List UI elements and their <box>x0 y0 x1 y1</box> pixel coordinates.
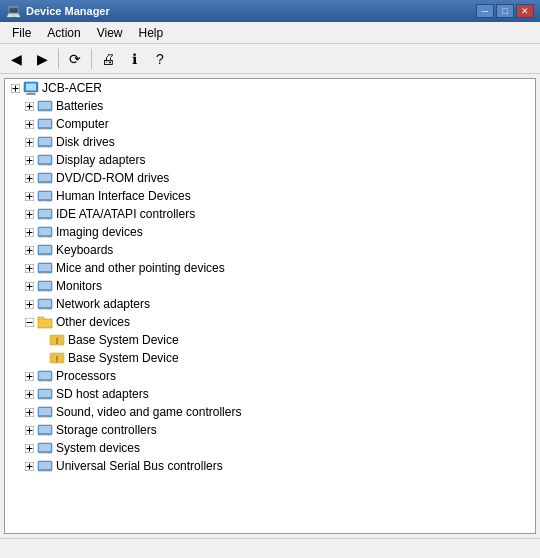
tree-item-mice[interactable]: Mice and other pointing devices <box>5 259 535 277</box>
tree-item-disk-drives[interactable]: Disk drives <box>5 133 535 151</box>
close-button[interactable]: ✕ <box>516 4 534 18</box>
svg-rect-59 <box>39 246 51 253</box>
tree-item-system-devices[interactable]: System devices <box>5 439 535 457</box>
tree-item-network[interactable]: Network adapters <box>5 295 535 313</box>
svg-rect-117 <box>39 444 51 451</box>
title-bar: 💻 Device Manager ─ □ ✕ <box>0 0 540 22</box>
tree-item-keyboards[interactable]: Keyboards <box>5 241 535 259</box>
tree-item-dvd-rom[interactable]: DVD/CD-ROM drives <box>5 169 535 187</box>
sd-host-expand-icon[interactable] <box>23 388 35 400</box>
tree-item-storage[interactable]: Storage controllers <box>5 421 535 439</box>
mice-icon <box>37 260 53 276</box>
usb-expand-icon[interactable] <box>23 460 35 472</box>
storage-label: Storage controllers <box>56 423 157 437</box>
disk-drives-expand-icon[interactable] <box>23 136 35 148</box>
tree-item-sound[interactable]: Sound, video and game controllers <box>5 403 535 421</box>
menu-item-action[interactable]: Action <box>39 22 88 43</box>
svg-rect-6 <box>26 94 36 95</box>
usb-icon <box>37 458 53 474</box>
ide-ata-expand-icon[interactable] <box>23 208 35 220</box>
toolbar-back-button[interactable]: ◀ <box>4 47 28 71</box>
display-adapters-label: Display adapters <box>56 153 145 167</box>
storage-expand-icon[interactable] <box>23 424 35 436</box>
tree-item-base-system-1[interactable]: ! Base System Device <box>5 331 535 349</box>
svg-rect-5 <box>27 93 35 94</box>
network-expand-icon[interactable] <box>23 298 35 310</box>
tree-item-ide-ata[interactable]: IDE ATA/ATAPI controllers <box>5 205 535 223</box>
svg-rect-66 <box>42 272 48 273</box>
other-devices-expand-icon[interactable] <box>23 316 35 328</box>
svg-rect-71 <box>39 282 51 289</box>
system-devices-expand-icon[interactable] <box>23 442 35 454</box>
network-icon <box>37 296 53 312</box>
tree-item-usb[interactable]: Universal Serial Bus controllers <box>5 457 535 475</box>
mice-label: Mice and other pointing devices <box>56 261 225 275</box>
tree-item-display-adapters[interactable]: Display adapters <box>5 151 535 169</box>
svg-rect-78 <box>42 308 48 309</box>
imaging-expand-icon[interactable] <box>23 226 35 238</box>
tree-item-hid[interactable]: Human Interface Devices <box>5 187 535 205</box>
tree-item-monitors[interactable]: Monitors <box>5 277 535 295</box>
tree-item-processors[interactable]: Processors <box>5 367 535 385</box>
svg-rect-53 <box>39 228 51 235</box>
dvd-rom-expand-icon[interactable] <box>23 172 35 184</box>
svg-rect-105 <box>39 408 51 415</box>
tree-item-batteries[interactable]: Batteries <box>5 97 535 115</box>
tree-item-sd-host[interactable]: SD host adapters <box>5 385 535 403</box>
tree-item-base-system-2[interactable]: ! Base System Device <box>5 349 535 367</box>
toolbar-print-button[interactable]: 🖨 <box>96 47 120 71</box>
window-controls: ─ □ ✕ <box>476 4 534 18</box>
computer-label: Computer <box>56 117 109 131</box>
toolbar-separator <box>91 49 92 69</box>
status-bar <box>0 538 540 558</box>
storage-icon <box>37 422 53 438</box>
computer-icon <box>37 116 53 132</box>
mice-expand-icon[interactable] <box>23 262 35 274</box>
keyboards-expand-icon[interactable] <box>23 244 35 256</box>
svg-rect-41 <box>39 192 51 199</box>
minimize-button[interactable]: ─ <box>476 4 494 18</box>
svg-rect-77 <box>39 300 51 307</box>
usb-label: Universal Serial Bus controllers <box>56 459 223 473</box>
menu-item-help[interactable]: Help <box>131 22 172 43</box>
disk-drives-label: Disk drives <box>56 135 115 149</box>
svg-rect-111 <box>39 426 51 433</box>
svg-rect-12 <box>42 110 48 111</box>
svg-rect-84 <box>39 318 45 320</box>
svg-rect-106 <box>42 416 48 417</box>
svg-rect-99 <box>39 390 51 397</box>
root-label: JCB-ACER <box>42 81 102 95</box>
sound-expand-icon[interactable] <box>23 406 35 418</box>
tree-item-computer[interactable]: Computer <box>5 115 535 133</box>
hid-expand-icon[interactable] <box>23 190 35 202</box>
disk-drives-icon <box>37 134 53 150</box>
svg-rect-93 <box>39 372 51 379</box>
svg-rect-54 <box>42 236 48 237</box>
svg-rect-29 <box>39 156 51 163</box>
tree-item-other-devices[interactable]: Other devices <box>5 313 535 331</box>
menu-item-view[interactable]: View <box>89 22 131 43</box>
processors-icon <box>37 368 53 384</box>
base-system-1-icon: ! <box>49 332 65 348</box>
sound-icon <box>37 404 53 420</box>
processors-expand-icon[interactable] <box>23 370 35 382</box>
monitors-expand-icon[interactable] <box>23 280 35 292</box>
keyboards-label: Keyboards <box>56 243 113 257</box>
base-system-2-label: Base System Device <box>68 351 179 365</box>
svg-rect-36 <box>42 182 48 183</box>
toolbar-forward-button[interactable]: ▶ <box>30 47 54 71</box>
root-expand-icon[interactable] <box>9 82 21 94</box>
menu-item-file[interactable]: File <box>4 22 39 43</box>
root-computer-icon <box>23 80 39 96</box>
toolbar-properties-button[interactable]: ℹ <box>122 47 146 71</box>
computer-expand-icon[interactable] <box>23 118 35 130</box>
toolbar-refresh-button[interactable]: ⟳ <box>63 47 87 71</box>
tree-item-imaging[interactable]: Imaging devices <box>5 223 535 241</box>
batteries-expand-icon[interactable] <box>23 100 35 112</box>
display-adapters-expand-icon[interactable] <box>23 154 35 166</box>
tree-root[interactable]: JCB-ACER <box>5 79 535 97</box>
toolbar-help2-button[interactable]: ? <box>148 47 172 71</box>
device-tree[interactable]: JCB-ACER Batteries Computer Disk drives … <box>4 78 536 534</box>
sd-host-icon <box>37 386 53 402</box>
maximize-button[interactable]: □ <box>496 4 514 18</box>
